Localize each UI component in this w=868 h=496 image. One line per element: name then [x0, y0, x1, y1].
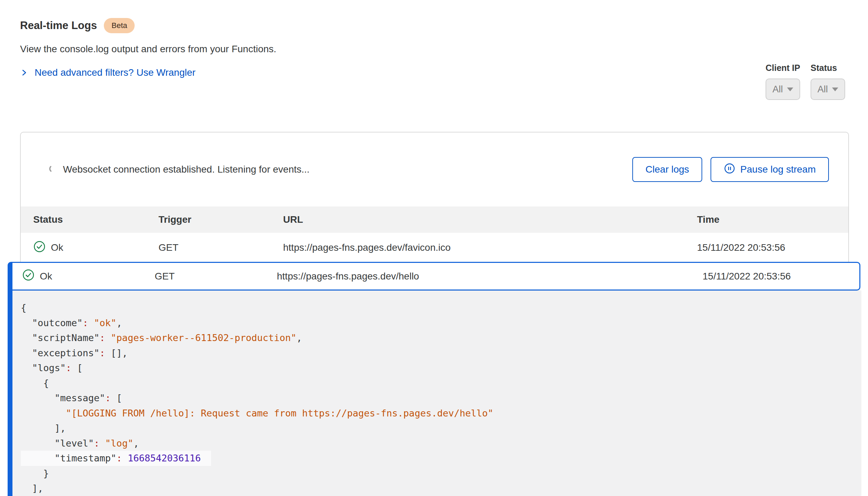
status-ok-icon — [22, 269, 35, 284]
log-row-trigger: GET — [145, 271, 267, 282]
log-row-time: 15/11/2022 20:53:56 — [685, 242, 848, 253]
selection-indicator-bar — [8, 262, 12, 496]
filters: Client IP All Status All — [766, 63, 845, 100]
page-header: Real-time Logs Beta View the console.log… — [0, 0, 868, 78]
page-subtitle: View the console.log output and errors f… — [20, 44, 848, 55]
pause-circle-icon — [724, 163, 735, 177]
log-row-status: Ok — [40, 271, 52, 282]
log-row-status: Ok — [51, 242, 63, 253]
pause-log-stream-label: Pause log stream — [740, 164, 816, 175]
column-header-time: Time — [685, 214, 848, 225]
client-ip-filter-label: Client IP — [766, 63, 800, 73]
title-row: Real-time Logs Beta — [20, 18, 848, 33]
log-row[interactable]: Ok GET https://pages-fns.pages.dev/favic… — [21, 233, 848, 263]
spinner-icon — [48, 164, 57, 175]
column-header-trigger: Trigger — [146, 214, 271, 225]
log-row-url: https://pages-fns.pages.dev/favicon.ico — [271, 242, 685, 253]
log-row-selected[interactable]: Ok GET https://pages-fns.pages.dev/hello… — [12, 262, 860, 291]
log-row-url: https://pages-fns.pages.dev/hello — [267, 271, 693, 282]
realtime-logs-page: Real-time Logs Beta View the console.log… — [0, 0, 868, 496]
column-header-url: URL — [271, 214, 685, 225]
log-row-time: 15/11/2022 20:53:56 — [693, 271, 859, 282]
filter-group-client-ip: Client IP All — [766, 63, 800, 100]
client-ip-filter-value: All — [772, 84, 783, 95]
advanced-filters-link-label: Need advanced filters? Use Wrangler — [35, 67, 196, 78]
column-header-status: Status — [21, 214, 146, 225]
log-table-header: Status Trigger URL Time — [21, 206, 848, 233]
clear-logs-button[interactable]: Clear logs — [632, 157, 702, 182]
log-detail-json: { "outcome": "ok", "scriptName": "pages-… — [12, 291, 860, 496]
advanced-filters-link[interactable]: Need advanced filters? Use Wrangler — [20, 67, 196, 78]
beta-badge: Beta — [104, 18, 135, 33]
log-row-trigger: GET — [146, 242, 271, 253]
websocket-status-bar: Websocket connection established. Listen… — [21, 132, 848, 206]
chevron-down-icon — [787, 88, 793, 91]
log-actions: Clear logs Pause log stream — [632, 157, 829, 182]
log-detail-json-pre: { "outcome": "ok", "scriptName": "pages-… — [12, 291, 860, 496]
pause-log-stream-button[interactable]: Pause log stream — [711, 157, 829, 182]
page-title: Real-time Logs — [20, 19, 97, 32]
status-ok-icon — [33, 240, 46, 255]
status-filter-dropdown[interactable]: All — [811, 79, 845, 100]
expanded-log-entry: Ok GET https://pages-fns.pages.dev/hello… — [8, 262, 860, 496]
clear-logs-label: Clear logs — [645, 164, 689, 175]
status-filter-value: All — [817, 84, 828, 95]
status-filter-label: Status — [811, 63, 845, 73]
client-ip-filter-dropdown[interactable]: All — [766, 79, 800, 100]
expanded-log-body: Ok GET https://pages-fns.pages.dev/hello… — [12, 262, 860, 496]
filter-group-status: Status All — [811, 63, 845, 100]
websocket-status-message: Websocket connection established. Listen… — [63, 164, 309, 175]
chevron-down-icon — [832, 88, 838, 91]
logs-panel: Websocket connection established. Listen… — [20, 132, 849, 263]
chevron-right-icon — [20, 68, 28, 77]
